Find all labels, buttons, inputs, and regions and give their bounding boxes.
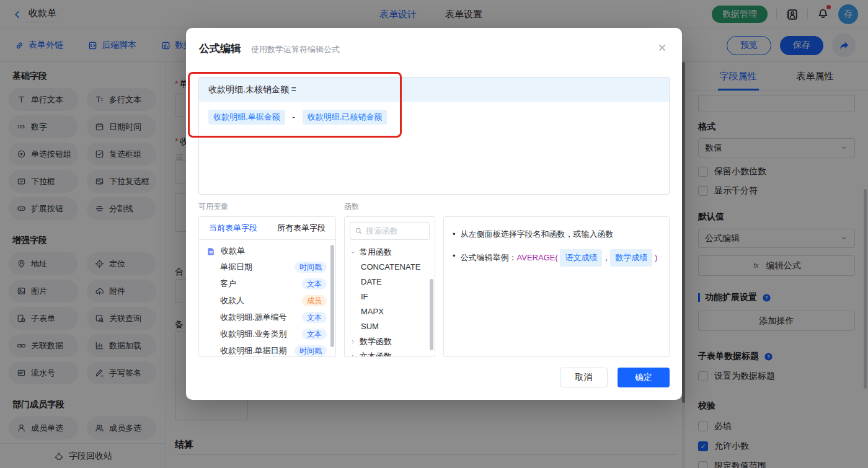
- variables-tabs: 当前表单字段 所有表单字段: [199, 217, 335, 240]
- modal-footer: 取消 确定: [186, 368, 682, 387]
- modal-panels: 当前表单字段 所有表单字段 收款单 单据日期 时间戳 客户 文本 收款人 成员 …: [198, 216, 670, 357]
- formula-operator: -: [293, 112, 295, 121]
- variables-tree-root[interactable]: 收款单: [199, 240, 335, 258]
- functions-scrollbar-thumb[interactable]: [430, 279, 433, 350]
- variables-scrollbar-thumb[interactable]: [330, 245, 334, 347]
- tab-all-form-fields[interactable]: 所有表单字段: [267, 217, 335, 239]
- formula-operand-chip[interactable]: 收款明细.已核销金额: [303, 110, 388, 125]
- modal-subtitle: 使用数学运算符编辑公式: [251, 44, 340, 55]
- variable-row[interactable]: 收款明细.源单编号 文本: [199, 309, 335, 325]
- example-function-name: AVERAGE(: [517, 253, 558, 262]
- function-search-input[interactable]: [366, 226, 422, 236]
- formula-editor-modal: 公式编辑 使用数学运算符编辑公式 收款明细.未核销金额 = 收款明细.单据金额 …: [186, 28, 682, 400]
- example-arg-chip: 语文成绩: [560, 249, 602, 267]
- formula-expression[interactable]: 收款明细.单据金额 - 收款明细.已核销金额: [199, 102, 669, 133]
- type-badge: 时间戳: [294, 345, 327, 356]
- variables-label: 可用变量: [198, 201, 344, 212]
- help-tip: • 从左侧面板选择字段名和函数，或输入函数: [453, 227, 660, 241]
- type-badge: 文本: [302, 278, 327, 289]
- variables-panel: 当前表单字段 所有表单字段 收款单 单据日期 时间戳 客户 文本 收款人 成员 …: [198, 216, 336, 357]
- variable-row[interactable]: 单据日期 时间戳: [199, 258, 335, 275]
- help-example: • 公式编辑举例：AVERAGE( 语文成绩，数学成绩 ): [453, 249, 660, 267]
- modal-header: 公式编辑 使用数学运算符编辑公式: [186, 28, 682, 56]
- function-item[interactable]: CONCATENATE: [345, 260, 435, 275]
- chevron-right-icon: [350, 353, 356, 358]
- formula-operand-chip[interactable]: 收款明细.单据金额: [208, 110, 285, 125]
- functions-panel: 常用函数 CONCATENATE DATE IF MAPX SUM 数学函数 文…: [344, 216, 435, 357]
- formula-editor-box[interactable]: 收款明细.未核销金额 = 收款明细.单据金额 - 收款明细.已核销金额: [198, 77, 670, 195]
- example-arg-chip: 数学成绩: [610, 249, 652, 267]
- function-item[interactable]: IF: [345, 289, 435, 304]
- panel-labels: 可用变量 函数: [198, 201, 670, 212]
- tab-current-form-fields[interactable]: 当前表单字段: [199, 217, 267, 239]
- chevron-right-icon: [350, 338, 356, 345]
- function-group-text[interactable]: 文本函数: [345, 349, 435, 357]
- type-badge: 成员: [302, 295, 327, 306]
- variable-row[interactable]: 收款明细.单据日期 时间戳: [199, 342, 335, 357]
- modal-title: 公式编辑: [199, 42, 241, 56]
- variable-row[interactable]: 客户 文本: [199, 275, 335, 292]
- type-badge: 时间戳: [294, 262, 327, 273]
- function-item[interactable]: SUM: [345, 319, 435, 334]
- function-group-common[interactable]: 常用函数: [345, 245, 435, 260]
- confirm-button[interactable]: 确定: [618, 368, 670, 387]
- function-item[interactable]: MAPX: [345, 304, 435, 319]
- type-badge: 文本: [302, 312, 327, 323]
- type-badge: 文本: [302, 329, 327, 340]
- function-search[interactable]: [350, 222, 430, 240]
- formula-help-panel: • 从左侧面板选择字段名和函数，或输入函数 • 公式编辑举例：AVERAGE( …: [443, 216, 670, 357]
- formula-target-row: 收款明细.未核销金额 =: [199, 77, 669, 102]
- search-icon: [355, 227, 363, 235]
- variable-row[interactable]: 收款人 成员: [199, 292, 335, 309]
- close-icon[interactable]: [657, 43, 667, 53]
- variable-row[interactable]: 收款明细.业务类别 文本: [199, 325, 335, 342]
- function-group-math[interactable]: 数学函数: [345, 334, 435, 349]
- document-icon: [206, 247, 216, 256]
- chevron-down-icon: [350, 249, 356, 256]
- function-item[interactable]: DATE: [345, 275, 435, 289]
- functions-label: 函数: [344, 201, 359, 212]
- cancel-button[interactable]: 取消: [560, 368, 608, 387]
